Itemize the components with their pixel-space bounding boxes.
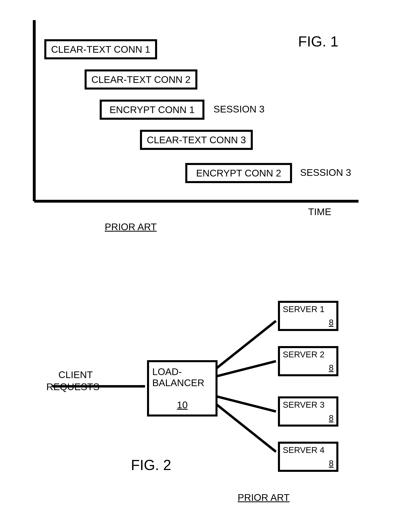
svg-line-4 [217,321,276,368]
server-4-label: SERVER 4 [283,445,334,455]
server-4-box: SERVER 4 8 [278,442,338,472]
server-2-box: SERVER 2 8 [278,346,338,376]
server-1-box: SERVER 1 8 [278,301,338,331]
bar-cleartext-conn-2: CLEAR-TEXT CONN 2 [84,70,197,89]
server-3-ref: 8 [283,413,334,423]
svg-line-7 [217,405,276,452]
svg-line-5 [217,361,276,376]
server-3-box: SERVER 3 8 [278,396,338,427]
server-3-label: SERVER 3 [283,400,334,410]
page: FIG. 1 CLEAR-TEXT CONN 1 CLEAR-TEXT CONN… [0,0,401,532]
fig2-caption: PRIOR ART [238,492,290,503]
server-4-ref: 8 [283,459,334,468]
session-label-2: SESSION 3 [300,167,351,178]
session-label-1: SESSION 3 [213,104,265,115]
bar-cleartext-conn-1: CLEAR-TEXT CONN 1 [44,39,157,59]
bar-cleartext-conn-3: CLEAR-TEXT CONN 3 [140,130,253,150]
bar-encrypt-conn-1: ENCRYPT CONN 1 [100,100,204,120]
fig1-caption: PRIOR ART [105,221,157,232]
fig2-title: FIG. 2 [131,457,171,473]
load-balancer-label: LOAD- BALANCER [152,366,212,388]
server-2-ref: 8 [283,363,334,373]
bar-encrypt-conn-2: ENCRYPT CONN 2 [185,163,292,183]
server-2-label: SERVER 2 [283,350,334,359]
server-1-label: SERVER 1 [283,304,334,314]
x-axis-label: TIME [308,206,331,217]
fig1-title: FIG. 1 [298,33,338,50]
server-1-ref: 8 [283,318,334,327]
load-balancer-box: LOAD- BALANCER 10 [147,360,218,417]
svg-line-6 [217,396,276,412]
axes-and-arrows [0,0,401,532]
load-balancer-ref: 10 [152,399,212,411]
client-label-bottom: REQUESTS [46,381,99,392]
client-label-top: CLIENT [58,369,93,380]
